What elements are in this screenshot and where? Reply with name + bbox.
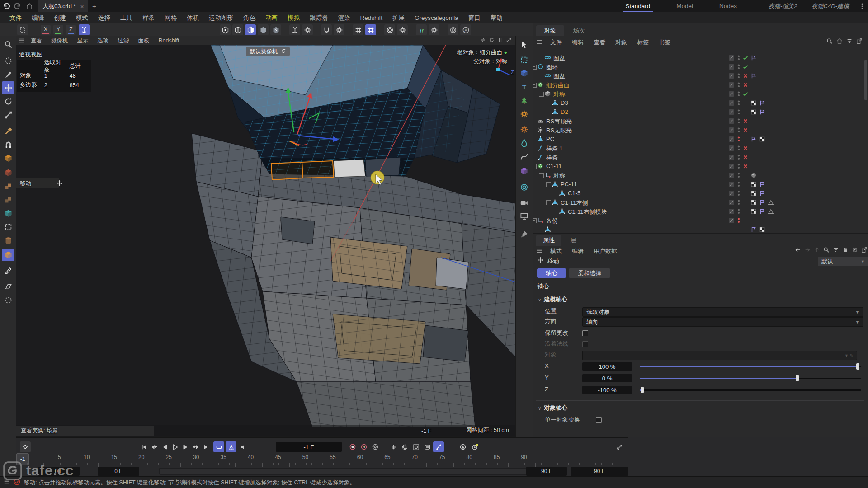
tree-row[interactable]: 样条: [533, 153, 868, 162]
tab-objects[interactable]: 对象: [536, 25, 564, 36]
polygon-mode-icon[interactable]: [245, 24, 256, 35]
monitor-tool-icon[interactable]: [518, 210, 530, 222]
viewport-menu-Redshift[interactable]: Redshift: [154, 38, 184, 44]
menu-网格[interactable]: 网格: [160, 14, 182, 22]
flag-tag-icon[interactable]: [759, 109, 765, 117]
texture-mode-icon[interactable]: [270, 24, 281, 35]
document-tab[interactable]: 大腿03.c4d * ×: [38, 0, 88, 13]
frame-next-icon[interactable]: [180, 441, 191, 452]
editor-render-dots-icon[interactable]: [737, 154, 741, 162]
visibility-toggle-icon[interactable]: [729, 82, 734, 88]
menu-跟踪器[interactable]: 跟踪器: [305, 14, 333, 22]
snap-settings-icon[interactable]: [334, 24, 344, 35]
skip-end-icon[interactable]: [201, 441, 212, 452]
visibility-toggle-icon[interactable]: [729, 173, 734, 178]
axis-z-button[interactable]: Z: [66, 25, 76, 35]
flag-tag-icon[interactable]: [759, 100, 765, 108]
kit-orange-cube-icon[interactable]: [2, 249, 14, 261]
tree-row[interactable]: PC: [533, 135, 868, 144]
ring-teal-icon[interactable]: [518, 136, 530, 149]
object-name[interactable]: 样条.1: [546, 145, 563, 153]
axis-Z-slider[interactable]: [640, 386, 861, 394]
checker-tag-icon[interactable]: [750, 199, 757, 207]
viewport-menu-查看[interactable]: 查看: [26, 37, 47, 45]
disabled-cross-icon[interactable]: [742, 145, 749, 153]
search-icon[interactable]: [823, 247, 830, 255]
am-menu-icon[interactable]: [533, 248, 545, 255]
visibility-toggle-icon[interactable]: [729, 127, 734, 133]
screwdriver-icon[interactable]: [2, 125, 14, 137]
region-rect-icon[interactable]: [518, 53, 530, 66]
editor-render-dots-icon[interactable]: [737, 208, 741, 216]
expander-icon[interactable]: −: [546, 200, 551, 205]
checker-tag-icon[interactable]: [750, 190, 757, 198]
visibility-toggle-icon[interactable]: [729, 191, 734, 196]
editor-render-dots-icon[interactable]: [737, 109, 741, 117]
current-frame-field[interactable]: -1 F: [276, 442, 342, 452]
tree-row[interactable]: 圆盘: [533, 53, 868, 62]
editor-render-dots-icon[interactable]: [737, 172, 741, 180]
coordinate-system-icon[interactable]: [17, 24, 28, 35]
new-tab-button[interactable]: +: [88, 2, 100, 10]
om-menu-icon[interactable]: [533, 39, 545, 47]
disabled-cross-icon[interactable]: [742, 163, 749, 171]
triangle-tag-icon[interactable]: [768, 199, 774, 207]
editor-render-dots-icon[interactable]: [737, 100, 741, 108]
magnet-icon[interactable]: [2, 138, 14, 151]
brush-tool-icon[interactable]: [518, 228, 530, 240]
object-name[interactable]: C1-11左侧: [561, 199, 588, 207]
swap-view-icon[interactable]: [480, 37, 486, 44]
loop-icon[interactable]: [213, 441, 224, 452]
visibility-toggle-icon[interactable]: [729, 209, 734, 214]
axis-Y-value[interactable]: 0 %: [582, 374, 632, 382]
expander-icon[interactable]: −: [539, 92, 544, 97]
visibility-toggle-icon[interactable]: [729, 64, 734, 70]
sound-icon[interactable]: [238, 441, 249, 452]
visibility-toggle-icon[interactable]: [729, 182, 734, 187]
editor-render-dots-icon[interactable]: [737, 91, 741, 99]
redo-icon[interactable]: [12, 0, 24, 12]
arrow-left-icon[interactable]: [795, 247, 801, 255]
more-options-icon[interactable]: [856, 0, 868, 12]
visibility-toggle-icon[interactable]: [729, 100, 734, 106]
solo-camera-icon[interactable]: [470, 441, 481, 452]
editor-render-dots-icon[interactable]: [737, 73, 741, 80]
home-icon[interactable]: [836, 38, 843, 46]
cursor-tool-icon[interactable]: [518, 38, 530, 51]
flag-tag-icon[interactable]: [750, 55, 757, 62]
range-slider[interactable]: [159, 468, 540, 475]
key-rotation-icon[interactable]: [399, 441, 410, 452]
tree-row[interactable]: C1-11右侧模块: [533, 207, 868, 216]
axis-y-button[interactable]: Y: [53, 25, 63, 35]
checker-tag-icon[interactable]: [750, 208, 757, 216]
om-menu-文件[interactable]: 文件: [545, 38, 567, 47]
gear-orange-icon[interactable]: [518, 108, 530, 120]
disabled-cross-icon[interactable]: [742, 118, 749, 126]
visibility-toggle-icon[interactable]: [729, 55, 734, 61]
tab-takes[interactable]: 场次: [565, 25, 593, 36]
search-icon[interactable]: [2, 38, 14, 51]
position-dropdown[interactable]: 选取对象▼: [582, 307, 863, 317]
expander-icon[interactable]: −: [533, 65, 537, 70]
expander-icon[interactable]: −: [533, 218, 537, 223]
menu-工具[interactable]: 工具: [115, 14, 137, 22]
camera-tool-icon[interactable]: [518, 196, 530, 209]
object-name[interactable]: 备份: [546, 217, 558, 225]
tree-row[interactable]: −圆环: [533, 62, 868, 71]
cube-purple-icon[interactable]: [518, 164, 530, 177]
material-tag-icon[interactable]: [750, 172, 757, 180]
flag-tag-icon[interactable]: [759, 208, 765, 216]
flag-tag-icon[interactable]: [759, 199, 765, 207]
visibility-toggle-icon[interactable]: [729, 109, 734, 115]
quantize-enabled-icon[interactable]: [365, 24, 376, 35]
skip-start-icon[interactable]: [138, 441, 149, 452]
visibility-toggle-icon[interactable]: [729, 73, 734, 79]
close-tab-icon[interactable]: ×: [80, 3, 84, 10]
frame-tool-icon[interactable]: [2, 221, 14, 233]
poly-pen-icon[interactable]: [2, 68, 14, 80]
editor-render-dots-icon[interactable]: [737, 64, 741, 71]
workplane-icon[interactable]: [384, 24, 395, 35]
kit-stack-icon[interactable]: [2, 193, 14, 206]
key-position-icon[interactable]: [388, 441, 399, 452]
layout-tab-model[interactable]: Model: [670, 0, 699, 12]
